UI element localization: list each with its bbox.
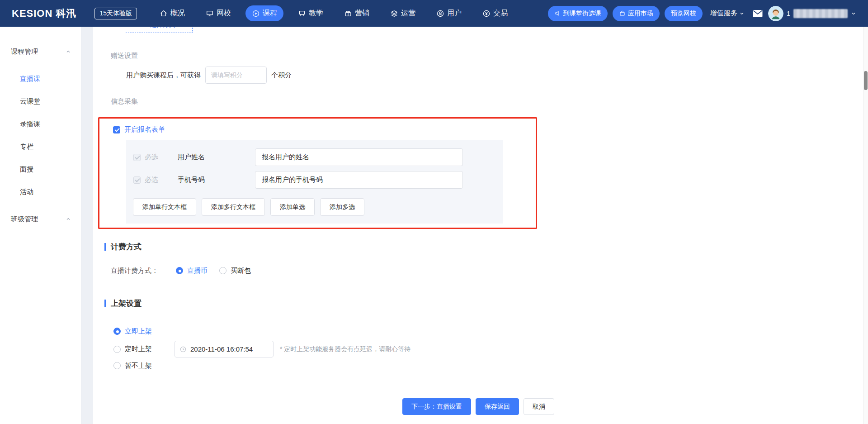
sidebar: 课程管理 直播课 云课堂 录播课 专栏 面授 活动 班级管理 [0, 27, 81, 424]
nav-item-school[interactable]: 网校 [199, 5, 237, 21]
sidebar-item-activity[interactable]: 活动 [0, 181, 81, 203]
mail-icon[interactable] [752, 9, 763, 18]
save-return-button[interactable]: 保存返回 [476, 398, 519, 415]
gift-points-row: 用户购买课程后，可获得 个积分 [126, 67, 863, 84]
publish-option-scheduled: 定时上架 2020-11-06 16:07:54 * 定时上架功能服务器会有点延… [113, 341, 863, 357]
group-label: 班级管理 [11, 215, 38, 224]
nav-item-marketing[interactable]: 营销 [338, 5, 376, 21]
top-navbar: KESION 科汛 15天体验版 概况 网校 课程 教学 营销 运营 用户 [0, 0, 868, 27]
username-field-input[interactable] [255, 148, 463, 166]
value-added-services-menu[interactable]: 增值服务 [710, 9, 745, 18]
sidebar-item-recorded-course[interactable]: 录播课 [0, 113, 81, 135]
bag-icon [619, 10, 626, 17]
nav-item-trade[interactable]: 交易 [476, 5, 514, 21]
gift-icon [344, 10, 352, 18]
gift-sentence-suffix: 个积分 [271, 71, 292, 80]
field-label-phone: 手机号码 [178, 176, 255, 184]
points-input[interactable] [205, 67, 267, 84]
section-title: 上架设置 [111, 298, 142, 309]
radio-option-live-coin[interactable]: 直播币 [176, 267, 208, 275]
publish-section-header: 上架设置 [93, 298, 863, 309]
preview-school-button[interactable]: 预览网校 [665, 6, 703, 21]
nav-label: 运营 [401, 9, 415, 18]
radio-selected-icon[interactable] [113, 328, 121, 335]
radio-selected-icon[interactable] [176, 267, 183, 274]
scrollbar-thumb[interactable] [864, 71, 868, 90]
sidebar-group-course-management[interactable]: 课程管理 [0, 40, 81, 63]
add-multi-choice-button[interactable]: 添加多选 [320, 198, 364, 216]
redacted-username-block [793, 9, 848, 18]
sidebar-group-class-management[interactable]: 班级管理 [0, 208, 81, 230]
nav-label: 概况 [170, 9, 185, 18]
signup-fields-panel: 必选 用户姓名 必选 手机号码 添加单行文本框 添加多行文本框 添加单选 添加多… [126, 140, 503, 224]
page-scrollbar[interactable] [863, 27, 868, 424]
nav-label: 教学 [309, 9, 323, 18]
schedule-datetime-picker[interactable]: 2020-11-06 16:07:54 [175, 341, 274, 357]
phone-field-input[interactable] [255, 171, 463, 189]
megaphone-icon [554, 10, 561, 17]
radio-option-scheduled[interactable]: 定时上架 [113, 345, 175, 353]
signup-field-row-phone: 必选 手机号码 [126, 171, 503, 189]
nav-label: 营销 [355, 9, 369, 18]
nav-item-overview[interactable]: 概况 [153, 5, 191, 21]
yen-icon [482, 10, 491, 18]
footer-divider [104, 388, 863, 388]
button-label: 预览网校 [671, 10, 696, 18]
nav-item-operation[interactable]: 运营 [384, 5, 422, 21]
chevron-down-icon [739, 11, 745, 16]
required-label: 必选 [145, 153, 158, 162]
section-accent-bar [104, 243, 106, 251]
required-wrap: 必选 [133, 176, 178, 184]
go-course-street-button[interactable]: 到课堂街选课 [548, 6, 608, 21]
required-wrap: 必选 [133, 153, 178, 162]
chevron-up-icon [66, 49, 71, 54]
add-single-line-text-button[interactable]: 添加单行文本框 [133, 198, 196, 216]
checkbox-disabled-icon [133, 176, 141, 184]
sidebar-item-live-course[interactable]: 直播课 [0, 67, 81, 90]
sidebar-item-face-to-face[interactable]: 面授 [0, 158, 81, 181]
nav-label: 交易 [493, 9, 508, 18]
button-label: 到课堂街选课 [563, 10, 601, 18]
billing-method-row: 直播计费方式： 直播币 买断包 [93, 266, 863, 275]
nav-item-teaching[interactable]: 教学 [292, 5, 330, 21]
add-multi-line-text-button[interactable]: 添加多行文本框 [202, 198, 265, 216]
nav-label: 用户 [447, 9, 462, 18]
user-account-menu[interactable]: 1 [768, 6, 856, 21]
section-accent-bar [104, 300, 106, 307]
radio-option-buyout[interactable]: 买断包 [219, 267, 251, 275]
signup-field-row-name: 必选 用户姓名 [126, 148, 503, 166]
layers-icon [390, 10, 398, 18]
annotation-red-box: 开启报名表单 必选 用户姓名 必选 手机号码 添加单行文本框 [98, 117, 537, 229]
add-single-choice-button[interactable]: 添加单选 [270, 198, 315, 216]
footer-actions: 下一步：直播设置 保存返回 取消 [93, 398, 863, 415]
checkbox-checked-icon[interactable] [113, 126, 120, 133]
sidebar-item-column[interactable]: 专栏 [0, 135, 81, 158]
username-text: 1 [787, 10, 790, 17]
user-icon [436, 10, 444, 18]
publish-option-later: 暂不上架 [113, 361, 863, 370]
nav-item-users[interactable]: 用户 [430, 5, 468, 21]
radio-unselected-icon[interactable] [113, 362, 121, 369]
main-nav: 概况 网校 课程 教学 营销 运营 用户 交易 [153, 5, 522, 21]
enable-signup-form-toggle[interactable]: 开启报名表单 [113, 125, 536, 134]
cancel-button[interactable]: 取消 [524, 398, 554, 415]
clipped-category-select-button[interactable]: ＋ 选择分类 [125, 27, 193, 33]
field-label-username: 用户姓名 [178, 153, 255, 162]
gift-sentence-prefix: 用户购买课程后，可获得 [126, 71, 201, 80]
nav-item-course[interactable]: 课程 [245, 5, 283, 21]
toggle-label: 开启报名表单 [124, 125, 165, 134]
info-collect-title: 信息采集 [93, 97, 863, 106]
section-title: 计费方式 [111, 242, 142, 252]
app-market-button[interactable]: 应用市场 [613, 6, 660, 21]
next-step-live-settings-button[interactable]: 下一步：直播设置 [402, 398, 471, 415]
radio-option-immediate[interactable]: 立即上架 [113, 327, 152, 336]
radio-label: 直播币 [187, 267, 208, 275]
radio-unselected-icon[interactable] [219, 267, 226, 274]
sidebar-item-cloud-classroom[interactable]: 云课堂 [0, 90, 81, 113]
home-icon [160, 10, 168, 18]
chevron-down-icon [851, 11, 856, 16]
schedule-delay-hint: * 定时上架功能服务器会有点延迟，请耐心等待 [280, 345, 410, 353]
radio-option-later[interactable]: 暂不上架 [113, 362, 152, 370]
radio-unselected-icon[interactable] [113, 346, 121, 353]
radio-label: 暂不上架 [125, 362, 152, 370]
